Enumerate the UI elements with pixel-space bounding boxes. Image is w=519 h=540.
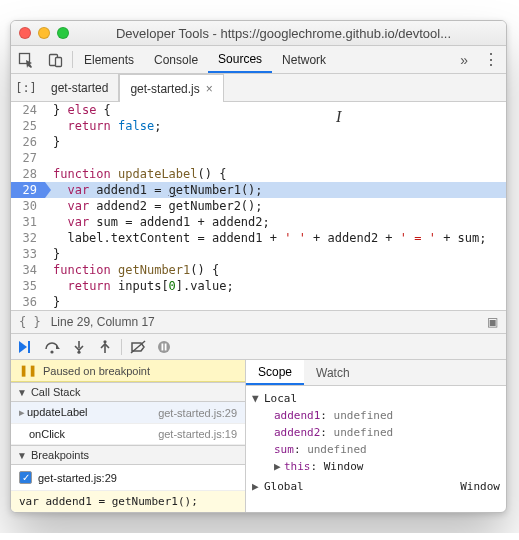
step-into-button[interactable] bbox=[67, 337, 91, 357]
code-text: label.textContent = addend1 + ' ' + adde… bbox=[45, 230, 506, 246]
code-line[interactable]: 24} else { bbox=[11, 102, 506, 118]
code-line[interactable]: 27 bbox=[11, 150, 506, 166]
line-number[interactable]: 30 bbox=[11, 198, 45, 214]
code-text bbox=[45, 150, 506, 166]
line-number[interactable]: 35 bbox=[11, 278, 45, 294]
stack-fn: onClick bbox=[19, 428, 65, 440]
debugger-right-pane: Scope Watch ▼Local addend1: undefined ad… bbox=[246, 360, 506, 512]
code-line[interactable]: 36} bbox=[11, 294, 506, 310]
code-text: } bbox=[45, 294, 506, 310]
line-number[interactable]: 34 bbox=[11, 262, 45, 278]
debugger-bottom-pane: ❚❚ Paused on breakpoint ▼ Call Stack ▸up… bbox=[11, 360, 506, 512]
code-line[interactable]: 31 var sum = addend1 + addend2; bbox=[11, 214, 506, 230]
code-text: var sum = addend1 + addend2; bbox=[45, 214, 506, 230]
line-number[interactable]: 31 bbox=[11, 214, 45, 230]
close-tab-icon[interactable]: × bbox=[206, 82, 213, 96]
pause-on-exceptions-button[interactable] bbox=[152, 337, 176, 357]
call-stack-title: Call Stack bbox=[31, 386, 81, 398]
file-tab-label: get-started.js bbox=[130, 82, 199, 96]
call-stack-header[interactable]: ▼ Call Stack bbox=[11, 382, 245, 402]
code-line[interactable]: 34function getNumber1() { bbox=[11, 262, 506, 278]
pretty-print-icon[interactable]: { } bbox=[19, 315, 41, 329]
tabs-overflow-icon[interactable]: » bbox=[452, 52, 476, 68]
breakpoint-label: get-started.js:29 bbox=[38, 472, 117, 484]
stack-loc: get-started.js:19 bbox=[158, 428, 237, 440]
code-line[interactable]: 26} bbox=[11, 134, 506, 150]
deactivate-breakpoints-button[interactable] bbox=[126, 337, 150, 357]
code-line[interactable]: 29 var addend1 = getNumber1(); bbox=[11, 182, 506, 198]
step-out-button[interactable] bbox=[93, 337, 117, 357]
resume-button[interactable] bbox=[15, 337, 39, 357]
line-number[interactable]: 25 bbox=[11, 118, 45, 134]
inspect-element-icon[interactable] bbox=[11, 46, 41, 73]
paused-label: Paused on breakpoint bbox=[43, 365, 150, 377]
breakpoints-header[interactable]: ▼ Breakpoints bbox=[11, 445, 245, 465]
breakpoints-title: Breakpoints bbox=[31, 449, 89, 461]
disclosure-triangle-icon: ▼ bbox=[17, 387, 27, 398]
scope-tabs: Scope Watch bbox=[246, 360, 506, 386]
coverage-icon[interactable]: ▣ bbox=[487, 315, 498, 329]
code-line[interactable]: 28function updateLabel() { bbox=[11, 166, 506, 182]
code-line[interactable]: 32 label.textContent = addend1 + ' ' + a… bbox=[11, 230, 506, 246]
stack-frame[interactable]: ▸updateLabel get-started.js:29 bbox=[11, 402, 245, 424]
line-number[interactable]: 27 bbox=[11, 150, 45, 166]
code-editor[interactable]: 24} else {25 return false;26}2728functio… bbox=[11, 102, 506, 310]
tab-elements[interactable]: Elements bbox=[74, 46, 144, 73]
device-toolbar-icon[interactable] bbox=[41, 46, 71, 73]
minimize-window-icon[interactable] bbox=[38, 27, 50, 39]
debugger-toolbar bbox=[11, 334, 506, 360]
line-number[interactable]: 28 bbox=[11, 166, 45, 182]
tab-console[interactable]: Console bbox=[144, 46, 208, 73]
file-tab-get-started[interactable]: get-started bbox=[41, 74, 119, 101]
show-navigator-icon[interactable]: [:] bbox=[11, 74, 41, 101]
tab-sources[interactable]: Sources bbox=[208, 46, 272, 73]
close-window-icon[interactable] bbox=[19, 27, 31, 39]
svg-point-10 bbox=[158, 341, 170, 353]
svg-rect-2 bbox=[56, 57, 62, 66]
stack-frame[interactable]: onClick get-started.js:19 bbox=[11, 424, 245, 445]
code-line[interactable]: 35 return inputs[0].value; bbox=[11, 278, 506, 294]
file-tab-get-started-js[interactable]: get-started.js × bbox=[119, 74, 223, 103]
disclosure-triangle-icon[interactable]: ▼ bbox=[252, 390, 264, 407]
line-number[interactable]: 26 bbox=[11, 134, 45, 150]
warning-icon: ❚❚ bbox=[19, 364, 37, 377]
code-text: var addend2 = getNumber2(); bbox=[45, 198, 506, 214]
svg-rect-11 bbox=[162, 343, 164, 350]
traffic-lights bbox=[19, 27, 69, 39]
step-over-button[interactable] bbox=[41, 337, 65, 357]
code-text: function getNumber1() { bbox=[45, 262, 506, 278]
line-number[interactable]: 33 bbox=[11, 246, 45, 262]
code-line[interactable]: 30 var addend2 = getNumber2(); bbox=[11, 198, 506, 214]
tab-scope[interactable]: Scope bbox=[246, 360, 304, 385]
window-title: Developer Tools - https://googlechrome.g… bbox=[69, 26, 498, 41]
breakpoint-checkbox[interactable]: ✓ bbox=[19, 471, 32, 484]
line-number[interactable]: 36 bbox=[11, 294, 45, 310]
scope-global[interactable]: ▶Global Window bbox=[252, 475, 500, 495]
disclosure-triangle-icon: ▼ bbox=[17, 450, 27, 461]
line-number[interactable]: 24 bbox=[11, 102, 45, 118]
paused-ribbon: ❚❚ Paused on breakpoint bbox=[11, 360, 245, 382]
devtools-window: Developer Tools - https://googlechrome.g… bbox=[10, 20, 507, 513]
zoom-window-icon[interactable] bbox=[57, 27, 69, 39]
main-toolbar: Elements Console Sources Network » ⋮ bbox=[11, 46, 506, 74]
settings-kebab-icon[interactable]: ⋮ bbox=[476, 50, 506, 69]
line-number[interactable]: 29 bbox=[11, 182, 45, 198]
code-line[interactable]: 33} bbox=[11, 246, 506, 262]
stack-fn: updateLabel bbox=[27, 406, 88, 418]
code-text: var addend1 = getNumber1(); bbox=[45, 182, 506, 198]
svg-point-8 bbox=[103, 340, 106, 343]
code-text: } bbox=[45, 134, 506, 150]
file-tab-bar: [:] get-started get-started.js × bbox=[11, 74, 506, 102]
tab-network[interactable]: Network bbox=[272, 46, 336, 73]
tab-watch[interactable]: Watch bbox=[304, 360, 362, 385]
scope-this[interactable]: ▶this: Window bbox=[252, 458, 500, 475]
code-line[interactable]: 25 return false; bbox=[11, 118, 506, 134]
panel-tabs: Elements Console Sources Network bbox=[74, 46, 336, 73]
line-number[interactable]: 32 bbox=[11, 230, 45, 246]
breakpoint-row[interactable]: ✓ get-started.js:29 bbox=[11, 465, 245, 490]
scope-local-label: Local bbox=[264, 390, 297, 407]
code-text: function updateLabel() { bbox=[45, 166, 506, 182]
svg-rect-3 bbox=[28, 341, 30, 353]
current-frame-icon: ▸ bbox=[19, 406, 25, 418]
svg-rect-12 bbox=[165, 343, 167, 350]
